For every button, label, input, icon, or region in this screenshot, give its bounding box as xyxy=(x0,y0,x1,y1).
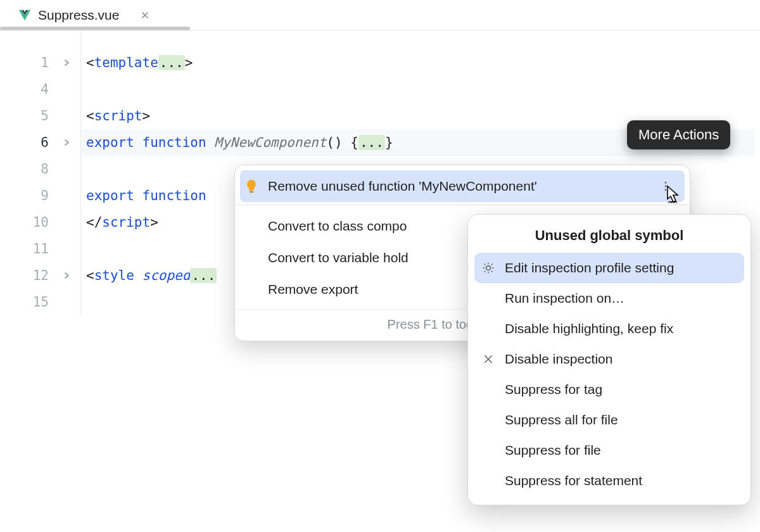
submenu: Unused global symbol Edit inspection pro… xyxy=(467,214,751,505)
gutter-row: 9 xyxy=(0,182,80,209)
submenu-header: Unused global symbol xyxy=(474,224,744,253)
gutter-row: 6 xyxy=(0,129,80,156)
divider xyxy=(235,205,690,205)
tab-bar: Suppress.vue xyxy=(0,0,760,30)
submenu-label: Edit inspection profile setting xyxy=(505,260,674,276)
gutter: 14568910111215 xyxy=(0,30,81,315)
submenu-label: Suppress for file xyxy=(505,443,601,458)
fold-chevron-icon[interactable] xyxy=(63,59,72,66)
gear-icon xyxy=(481,260,496,276)
submenu-label: Suppress for tag xyxy=(505,382,602,397)
submenu-item[interactable]: Disable highlighting, keep fix xyxy=(474,314,744,344)
gutter-row: 4 xyxy=(0,76,80,103)
submenu-label: Suppress for statement xyxy=(505,473,642,488)
line-number: 11 xyxy=(31,236,49,262)
line-number: 10 xyxy=(31,209,49,236)
submenu-item[interactable]: Suppress for statement xyxy=(474,466,744,496)
cursor-pointer-icon xyxy=(664,185,683,210)
close-icon xyxy=(481,352,496,367)
intention-label: Remove unused function 'MyNewComponent' xyxy=(268,179,537,194)
fold-ellipsis[interactable]: ... xyxy=(190,268,217,283)
gutter-row: 15 xyxy=(0,289,80,315)
line-number: 6 xyxy=(31,129,49,156)
tooltip-more-actions: More Actions xyxy=(627,120,730,149)
submenu-label: Run inspection on… xyxy=(505,291,624,306)
gutter-row: 1 xyxy=(0,49,80,76)
submenu-item[interactable]: Suppress all for file xyxy=(474,405,744,435)
fold-chevron-icon[interactable] xyxy=(63,272,72,279)
line-number: 12 xyxy=(31,262,49,289)
submenu-label: Disable inspection xyxy=(505,352,612,367)
gutter-row: 5 xyxy=(0,103,80,129)
intention-item-primary[interactable]: Remove unused function 'MyNewComponent' xyxy=(240,170,685,202)
line-number: 9 xyxy=(31,182,49,209)
svg-point-1 xyxy=(665,182,667,184)
submenu-item[interactable]: Suppress for file xyxy=(474,435,744,466)
line-number: 15 xyxy=(31,289,49,315)
line-number: 4 xyxy=(31,76,49,103)
tab-filename: Suppress.vue xyxy=(38,8,119,23)
submenu-label: Suppress all for file xyxy=(505,412,618,428)
intention-label: Remove export xyxy=(268,282,358,297)
vue-icon xyxy=(18,8,32,22)
gutter-row: 8 xyxy=(0,156,80,182)
code-line: <template...> xyxy=(86,49,760,76)
gutter-row: 12 xyxy=(0,262,80,289)
fold-ellipsis[interactable]: ... xyxy=(158,55,185,70)
submenu-item[interactable]: Suppress for tag xyxy=(474,374,744,405)
svg-rect-0 xyxy=(250,191,253,193)
submenu-item[interactable]: Run inspection on… xyxy=(474,283,744,314)
submenu-item[interactable]: Edit inspection profile setting xyxy=(474,253,744,283)
file-tab[interactable]: Suppress.vue xyxy=(10,0,158,30)
lightbulb-icon xyxy=(244,179,259,194)
line-number: 5 xyxy=(31,103,49,129)
fold-chevron-icon[interactable] xyxy=(63,139,72,146)
close-tab-icon[interactable] xyxy=(139,10,151,21)
fold-ellipsis[interactable]: ... xyxy=(358,135,385,150)
line-number: 1 xyxy=(31,49,49,76)
code-line xyxy=(86,76,760,103)
submenu-item[interactable]: Disable inspection xyxy=(474,344,744,374)
intention-label: Convert to variable hold xyxy=(268,250,408,265)
line-number: 8 xyxy=(31,156,49,182)
intention-label: Convert to class compo xyxy=(268,218,407,234)
gutter-row: 11 xyxy=(0,236,80,262)
gutter-row: 10 xyxy=(0,209,80,236)
submenu-label: Disable highlighting, keep fix xyxy=(505,321,673,336)
